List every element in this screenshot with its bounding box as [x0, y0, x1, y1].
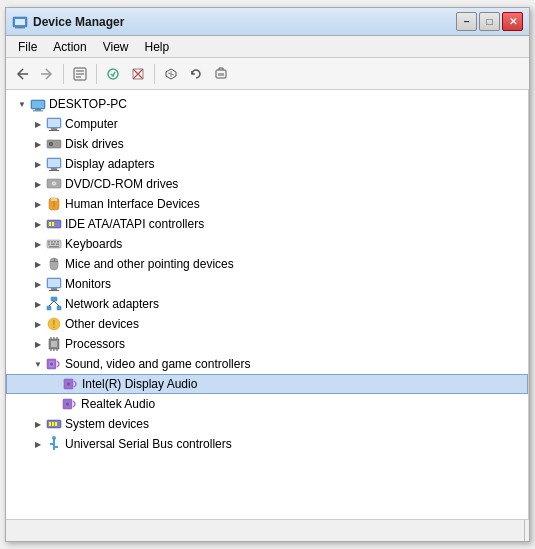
window-title: Device Manager [33, 15, 456, 29]
title-buttons: – □ ✕ [456, 12, 523, 31]
disk-expand[interactable] [30, 136, 46, 152]
menu-help[interactable]: Help [137, 38, 178, 56]
tree-intel-audio[interactable]: Intel(R) Display Audio [6, 374, 528, 394]
svg-rect-55 [51, 297, 57, 301]
tree-keyboards[interactable]: Keyboards [6, 234, 528, 254]
main-content: DESKTOP-PC Computer [6, 90, 529, 519]
tree-ide[interactable]: IDE ATA/ATAPI controllers [6, 214, 528, 234]
mice-icon [46, 256, 62, 272]
svg-rect-50 [54, 258, 55, 261]
tree-sound[interactable]: Sound, video and game controllers [6, 354, 528, 374]
usb-expand[interactable] [30, 436, 46, 452]
tree-computer[interactable]: Computer [6, 114, 528, 134]
tree-monitors[interactable]: Monitors [6, 274, 528, 294]
toolbar-sep-1 [63, 64, 64, 84]
other-expand[interactable] [30, 316, 46, 332]
intel-audio-icon [63, 376, 79, 392]
toolbar-uninstall[interactable] [209, 62, 233, 86]
monitors-icon [46, 276, 62, 292]
mice-expand[interactable] [30, 256, 46, 272]
tree-disk-drives[interactable]: Disk drives [6, 134, 528, 154]
menu-view[interactable]: View [95, 38, 137, 56]
toolbar-update[interactable] [184, 62, 208, 86]
svg-rect-42 [54, 241, 56, 243]
tree-processors[interactable]: Processors [6, 334, 528, 354]
svg-point-76 [66, 403, 69, 406]
toolbar-scan[interactable] [159, 62, 183, 86]
keyboards-expand[interactable] [30, 236, 46, 252]
svg-point-24 [50, 143, 52, 145]
ide-expand[interactable] [30, 216, 46, 232]
mice-label: Mice and other pointing devices [65, 257, 234, 271]
svg-line-59 [54, 301, 59, 306]
tree-display-adapters[interactable]: Display adapters [6, 154, 528, 174]
processors-icon [46, 336, 62, 352]
tree-network[interactable]: Network adapters [6, 294, 528, 314]
title-bar-icon [12, 14, 28, 30]
close-button[interactable]: ✕ [502, 12, 523, 31]
svg-rect-26 [48, 159, 60, 167]
menubar: File Action View Help [6, 36, 529, 58]
maximize-button[interactable]: □ [479, 12, 500, 31]
tree-other-devices[interactable]: ! Other devices [6, 314, 528, 334]
realtek-expand [46, 396, 62, 412]
tree-root[interactable]: DESKTOP-PC [6, 94, 528, 114]
computer-expand[interactable] [30, 116, 46, 132]
tree-dvd[interactable]: DVD/CD-ROM drives [6, 174, 528, 194]
tree-usb[interactable]: Universal Serial Bus controllers [6, 434, 528, 454]
svg-rect-37 [49, 222, 51, 226]
toolbar-forward[interactable] [35, 62, 59, 86]
tree-hid[interactable]: Human Interface Devices [6, 194, 528, 214]
ide-label: IDE ATA/ATAPI controllers [65, 217, 204, 231]
svg-rect-79 [49, 422, 51, 426]
other-devices-icon: ! [46, 316, 62, 332]
menu-action[interactable]: Action [45, 38, 94, 56]
computer-label: Computer [65, 117, 118, 131]
processors-label: Processors [65, 337, 125, 351]
svg-point-31 [53, 183, 55, 185]
keyboards-label: Keyboards [65, 237, 122, 251]
usb-icon [46, 436, 62, 452]
keyboards-icon [46, 236, 62, 252]
svg-rect-19 [48, 119, 60, 127]
hid-expand[interactable] [30, 196, 46, 212]
processors-expand[interactable] [30, 336, 46, 352]
svg-rect-57 [57, 306, 61, 310]
toolbar [6, 58, 529, 90]
svg-rect-33 [51, 198, 57, 201]
dvd-expand[interactable] [30, 176, 46, 192]
svg-rect-85 [55, 446, 58, 448]
display-expand[interactable] [30, 156, 46, 172]
toolbar-back[interactable] [10, 62, 34, 86]
toolbar-properties[interactable] [68, 62, 92, 86]
computer-icon [46, 116, 62, 132]
system-expand[interactable] [30, 416, 46, 432]
root-label: DESKTOP-PC [49, 97, 127, 111]
minimize-button[interactable]: – [456, 12, 477, 31]
toolbar-btn4[interactable] [126, 62, 150, 86]
svg-point-8 [108, 69, 118, 79]
sound-label: Sound, video and game controllers [65, 357, 250, 371]
statusbar [6, 519, 529, 541]
menu-file[interactable]: File [10, 38, 45, 56]
network-expand[interactable] [30, 296, 46, 312]
tree-system-devices[interactable]: System devices [6, 414, 528, 434]
root-expand[interactable] [14, 96, 30, 112]
hid-label: Human Interface Devices [65, 197, 200, 211]
sound-expand[interactable] [30, 356, 46, 372]
svg-rect-1 [15, 19, 25, 25]
svg-rect-47 [49, 246, 59, 248]
svg-point-83 [52, 436, 56, 440]
realtek-icon [62, 396, 78, 412]
tree-mice[interactable]: Mice and other pointing devices [6, 254, 528, 274]
toolbar-btn3[interactable] [101, 62, 125, 86]
svg-rect-3 [15, 27, 25, 28]
device-tree[interactable]: DESKTOP-PC Computer [6, 90, 529, 519]
monitors-expand[interactable] [30, 276, 46, 292]
svg-rect-27 [51, 168, 57, 170]
sound-icon [46, 356, 62, 372]
ide-icon [46, 216, 62, 232]
intel-audio-expand [47, 376, 63, 392]
tree-realtek[interactable]: Realtek Audio [6, 394, 528, 414]
svg-rect-46 [56, 244, 59, 246]
